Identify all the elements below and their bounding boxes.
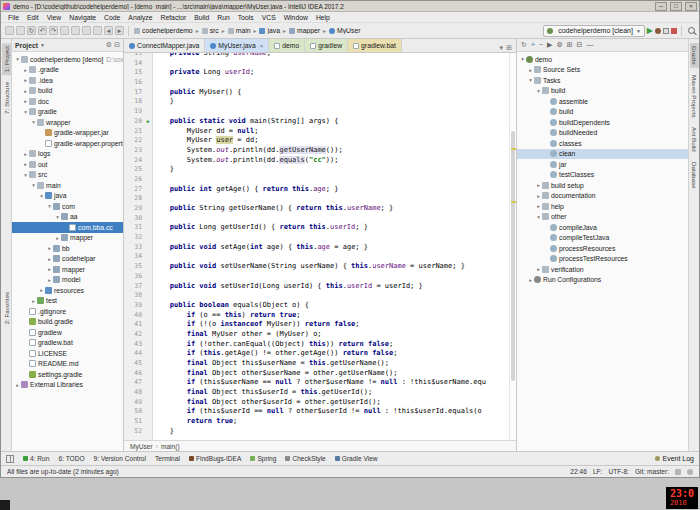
breadcrumb-item-MyUser[interactable]: MyUser (328, 27, 361, 34)
tab-gradlew.bat[interactable]: gradlew.bat (348, 39, 402, 52)
expand-icon[interactable]: ▸ (46, 256, 53, 262)
toolwindow-button--TODO[interactable]: 6: TODO (58, 455, 84, 462)
toolwindow-button-FindBugs-IDEA[interactable]: FindBugs-IDEA (189, 455, 241, 462)
menu-tools[interactable]: Tools (234, 14, 258, 21)
expand-icon[interactable]: ▸ (30, 298, 37, 304)
menu-refactor[interactable]: Refactor (157, 14, 191, 21)
tree-item-demo[interactable]: ▾demo (517, 54, 688, 65)
encoding-indicator[interactable]: UTF-8: (608, 468, 629, 475)
code-line[interactable]: 32 (124, 233, 509, 243)
tree-item-compileTestJava[interactable]: compileTestJava (517, 233, 688, 244)
tree-item-build[interactable]: build (517, 107, 688, 118)
code-line[interactable]: 44 if (this.getAge() != other.getAge()) … (124, 349, 509, 359)
menu-analyze[interactable]: Analyze (124, 14, 156, 21)
editor-body[interactable]: 13 private String userName;1415 private … (124, 53, 516, 440)
tree-item-.gitignore[interactable]: .gitignore (12, 306, 123, 317)
code-line[interactable]: 46 final Object other$userName = other.g… (124, 369, 509, 379)
tree-item-build-setup[interactable]: ▸build setup (517, 180, 688, 191)
code-line[interactable]: 47 if (this$userName == null ? other$use… (124, 378, 509, 388)
code-line[interactable]: 43 if (!other.canEqual((Object) this)) r… (124, 340, 509, 350)
code-line[interactable]: 37 public void setUserId(Long userId) { … (124, 282, 509, 292)
code-line[interactable]: 33 public void setAge(int age) { this.ag… (124, 243, 509, 253)
toolwindow-tab-Gradle[interactable]: Gradle (690, 43, 699, 68)
expand-icon[interactable]: ▸ (46, 277, 53, 283)
toolwindow-tab--Project[interactable]: 1: Project (2, 43, 11, 75)
toolwindow-tab--Structure[interactable]: 7: Structure (2, 79, 11, 117)
minimize-button[interactable]: ─ (655, 2, 667, 11)
hide-icon[interactable]: — (586, 41, 593, 49)
code-line[interactable]: 28 (124, 194, 509, 204)
stop-button[interactable] (671, 28, 677, 34)
tree-item-buildNeeded[interactable]: buildNeeded (517, 128, 688, 139)
code-line[interactable]: 49 final Object other$userId = other.get… (124, 398, 509, 408)
breadcrumb-item-main[interactable]: main (227, 27, 252, 34)
tree-item-classes[interactable]: classes (517, 138, 688, 149)
tree-item-gradle[interactable]: ▾gradle (12, 107, 123, 118)
refresh-icon[interactable]: ↻ (521, 41, 527, 49)
expand-icon[interactable]: ▸ (46, 245, 53, 251)
collapse-icon[interactable]: ▾ (22, 109, 29, 115)
collapse-icon[interactable]: ▾ (527, 77, 534, 83)
collapse-all-icon[interactable]: ⊟ (577, 41, 583, 49)
code-line[interactable]: 24 System.out.println(dd.equals("cc")); (124, 156, 509, 166)
open-icon[interactable] (5, 26, 14, 35)
expand-icon[interactable]: ▸ (22, 151, 29, 157)
tree-item-testClasses[interactable]: testClasses (517, 170, 688, 181)
tree-item-logs[interactable]: ▸logs (12, 149, 123, 160)
tree-item-processTestResources[interactable]: processTestResources (517, 254, 688, 265)
tree-item-.gradle[interactable]: ▸.gradle (12, 65, 123, 76)
undo-icon[interactable]: ↶ (38, 26, 47, 35)
detach-icon[interactable]: − (539, 41, 543, 49)
back-icon[interactable]: ◂ (104, 26, 113, 35)
collapse-icon[interactable]: ▾ (535, 214, 542, 220)
tree-item-doc[interactable]: ▸doc (12, 96, 123, 107)
tree-item-build[interactable]: ▾build (517, 86, 688, 97)
scrollbar-thumb[interactable] (511, 131, 515, 381)
highlighting-level-icon[interactable] (687, 469, 693, 475)
tab-demo[interactable]: demo (269, 39, 305, 52)
collapse-icon[interactable]: ▾ (30, 119, 37, 125)
collapse-icon[interactable]: ▾ (38, 193, 45, 199)
expand-icon[interactable]: ▸ (527, 277, 534, 283)
tab-ConnectMapper.java[interactable]: ConnectMapper.java (124, 39, 205, 52)
code-line[interactable]: 18 } (124, 97, 509, 107)
tree-item-LICENSE[interactable]: LICENSE (12, 348, 123, 359)
expand-icon[interactable]: ▸ (22, 161, 29, 167)
tree-item-External-Libraries[interactable]: ▸External Libraries (12, 380, 123, 391)
code-line[interactable]: 31 public Long getUserId() { return this… (124, 223, 509, 233)
status-message[interactable]: All files are up-to-date (2 minutes ago) (7, 468, 119, 475)
editor-scrollbar[interactable] (509, 53, 516, 440)
close-icon[interactable]: × (260, 43, 264, 49)
toolwindow-button-Terminal[interactable]: Terminal (155, 455, 180, 462)
tree-item-bb[interactable]: ▸bb (12, 243, 123, 254)
expand-icon[interactable]: ▸ (46, 266, 53, 272)
tree-item-verification[interactable]: ▸verification (517, 264, 688, 275)
code-line[interactable]: 35 public void setUserName(String userNa… (124, 262, 509, 272)
code-line[interactable]: 36 (124, 272, 509, 282)
tree-item-assemble[interactable]: assemble (517, 96, 688, 107)
tree-item-model[interactable]: ▸model (12, 275, 123, 286)
code-line[interactable]: 30 (124, 214, 509, 224)
menu-edit[interactable]: Edit (23, 14, 43, 21)
coverage-button[interactable] (663, 28, 669, 34)
editor-breadcrumb-main[interactable]: main() (161, 443, 180, 450)
tree-item-processResources[interactable]: processResources (517, 243, 688, 254)
code-line[interactable]: 40 if (o == this) return true; (124, 311, 509, 321)
breadcrumb-item-java[interactable]: java (258, 27, 280, 34)
tree-item-codehelpar[interactable]: ▸codehelpar (12, 254, 123, 265)
tree-item-mapper[interactable]: ▸mapper (12, 233, 123, 244)
code-line[interactable]: 26 (124, 175, 509, 185)
tree-item-wrapper[interactable]: ▾wrapper (12, 117, 123, 128)
expand-icon[interactable]: ▸ (535, 182, 542, 188)
collapse-icon[interactable]: ▾ (535, 88, 542, 94)
tree-item-com[interactable]: ▾com (12, 201, 123, 212)
code-line[interactable]: 34 (124, 252, 509, 262)
breadcrumb-item-codehelperdemo[interactable]: codehelperdemo (133, 27, 194, 34)
collapse-icon[interactable]: ▾ (14, 56, 21, 62)
tree-item-buildDependents[interactable]: buildDependents (517, 117, 688, 128)
tree-item-README.md[interactable]: README.md (12, 359, 123, 370)
expand-icon[interactable]: ▸ (22, 98, 29, 104)
chevron-down-icon[interactable]: ▼ (40, 42, 45, 48)
close-button[interactable]: × (685, 2, 697, 11)
breadcrumb-item-mapper[interactable]: mapper (288, 27, 321, 34)
